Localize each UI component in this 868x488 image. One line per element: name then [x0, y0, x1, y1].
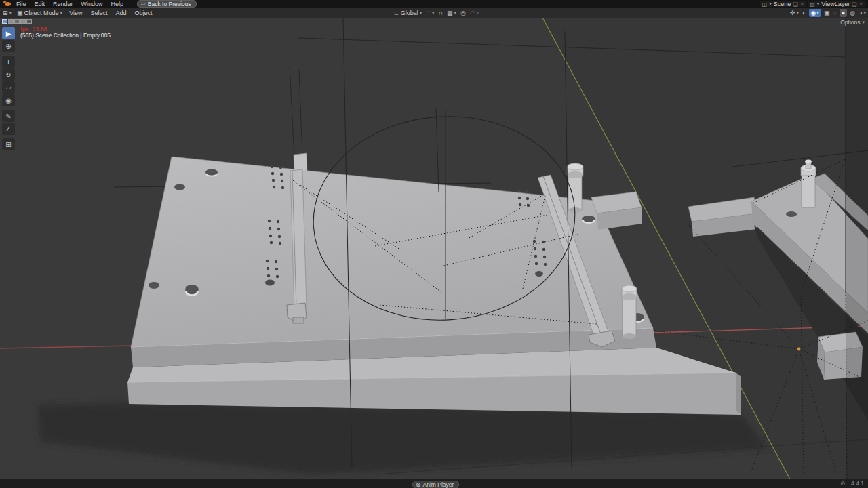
material-preview-icon: ◍ [850, 9, 855, 16]
show-overlays-toggle[interactable]: ◐ [802, 8, 806, 18]
menu-view[interactable]: View [65, 9, 86, 16]
xray-plane-object[interactable] [846, 18, 868, 479]
mini-square-icon[interactable] [8, 19, 14, 24]
statusbar: ⊗ Anim Player ⊘ 4.4.1 [0, 479, 868, 488]
chevron-down-icon: ▾ [862, 20, 865, 25]
options-dropdown[interactable]: Options ▾ [840, 19, 865, 26]
cancel-job-icon[interactable]: ⊗ [416, 481, 421, 488]
tool-rotate[interactable]: ↻ [2, 68, 15, 81]
menu-file[interactable]: File [12, 0, 31, 8]
new-scene-icon[interactable]: ❏ [793, 1, 797, 7]
anim-player-job-button[interactable]: ⊗ Anim Player [412, 481, 459, 488]
viewlayer-icon: ▤ [810, 1, 815, 7]
pivot-point-dropdown[interactable]: ∷ ▾ [426, 8, 435, 18]
gizmos-icon: ✛ [790, 9, 795, 16]
mini-square-icon[interactable] [14, 19, 20, 24]
chevron-down-icon: ▾ [816, 10, 819, 16]
viewlayer-name: ViewLayer [821, 1, 850, 7]
rendered-icon: ◑ [859, 9, 862, 16]
chevron-down-icon: ▾ [454, 10, 457, 16]
new-viewlayer-icon[interactable]: ❏ [852, 1, 856, 7]
empty-origin-point[interactable] [797, 348, 801, 351]
chevron-down-icon: ▾ [769, 1, 772, 7]
options-label: Options [840, 19, 860, 26]
transform-orientation-dropdown[interactable]: ∟ Global ▾ [392, 8, 423, 18]
viewport-canvas[interactable] [0, 18, 868, 479]
editor-type-button[interactable]: ⊞ ▾ [0, 8, 14, 18]
chevron-down-icon: ▾ [432, 10, 435, 16]
menu-edit[interactable]: Edit [31, 0, 50, 8]
version-label: 4.4.1 [851, 480, 864, 487]
show-gizmos-dropdown[interactable]: ✛ ▾ [789, 8, 800, 18]
xray-toggle-active[interactable]: ◉ ▾ [809, 9, 821, 17]
scene-name: Scene [774, 1, 791, 7]
viewport-mini-icon-strip [2, 19, 32, 24]
shading-rendered-button[interactable]: ◑ ▾ [858, 8, 867, 18]
xray-box-icon: ▣ [824, 9, 830, 16]
solid-shading-icon: ● [842, 9, 845, 16]
rotate-icon: ↻ [5, 71, 11, 79]
mini-square-icon[interactable] [20, 19, 26, 24]
tool-cursor[interactable]: ⊕ [2, 40, 15, 52]
toolbar: ▶ ⊕ ✛ ↻ ▱ ◉ ✎ ∠ ⊞ [2, 27, 15, 151]
job-label: Anim Player [423, 481, 454, 488]
mini-square-icon[interactable] [2, 19, 7, 24]
magnet-icon: ∩ [439, 9, 443, 16]
scene-selector[interactable]: ◫ ▾ Scene ❏ × [760, 1, 806, 7]
transform-icon: ◉ [5, 97, 12, 104]
mini-square-icon[interactable] [26, 19, 32, 24]
proportional-editing-toggle[interactable]: ◎ [460, 8, 467, 18]
chevron-down-icon: ▾ [797, 10, 800, 16]
snap-target-dropdown[interactable]: ▦ ▾ [446, 8, 457, 18]
scene-icon: ◫ [762, 1, 768, 7]
chevron-down-icon: ▾ [477, 10, 479, 16]
orientation-icon: ∟ [393, 9, 399, 16]
clamp-pin [622, 285, 637, 339]
chevron-down-icon: ▾ [817, 1, 820, 7]
menu-add[interactable]: Add [112, 9, 131, 16]
mode-selector[interactable]: ▣ Object Mode ▾ [14, 8, 65, 18]
chevron-down-icon: ▾ [863, 10, 866, 16]
tool-add-cube[interactable]: ⊞ [2, 138, 15, 150]
snap-target-icon: ▦ [447, 9, 453, 16]
proportional-falloff-dropdown[interactable]: ◠ ▾ [469, 8, 479, 18]
blender-window: File Edit Render Window Help ↩ Back to P… [0, 0, 868, 488]
unlink-scene-icon[interactable]: × [800, 1, 805, 7]
menu-window[interactable]: Window [77, 0, 107, 8]
object-mode-icon: ▣ [17, 9, 23, 16]
shading-wireframe-button[interactable]: ◌ [832, 8, 837, 18]
tool-move[interactable]: ✛ [2, 56, 15, 68]
xray-box-toggle[interactable]: ▣ [823, 8, 831, 18]
mode-label: Object Mode [24, 9, 59, 16]
blender-logo-icon[interactable] [3, 1, 12, 7]
back-to-previous-button[interactable]: ↩ Back to Previous [137, 0, 196, 8]
menu-select[interactable]: Select [86, 9, 111, 16]
snap-toggle[interactable]: ∩ [438, 8, 443, 18]
cursor-icon: ⊕ [5, 43, 11, 50]
annotate-icon: ✎ [5, 113, 11, 120]
tool-annotate[interactable]: ✎ [2, 110, 15, 122]
shading-material-button[interactable]: ◍ [849, 8, 856, 18]
remove-viewlayer-icon[interactable]: × [859, 1, 863, 7]
chevron-down-icon: ▾ [420, 10, 422, 16]
menu-object[interactable]: Object [131, 9, 157, 16]
tool-select-box[interactable]: ▶ [2, 27, 15, 39]
separator [848, 481, 848, 486]
pivot-icon: ∷ [427, 9, 431, 16]
menu-help[interactable]: Help [107, 0, 128, 8]
viewlayer-selector[interactable]: ▤ ▾ ViewLayer ❏ × [808, 1, 865, 7]
viewport-header: ⊞ ▾ ▣ Object Mode ▾ View Select Add Obje… [0, 8, 868, 18]
chevron-down-icon: ▾ [60, 10, 63, 16]
clamp-pin [567, 163, 583, 213]
tool-transform[interactable]: ◉ [2, 94, 15, 106]
scale-icon: ▱ [6, 84, 12, 92]
xray-icon: ◉ [811, 9, 816, 16]
editor-type-icon: ⊞ [3, 9, 8, 16]
clamp-pin [801, 159, 816, 207]
tool-scale[interactable]: ▱ [2, 81, 15, 94]
overlays-icon: ◐ [802, 9, 806, 16]
shading-solid-button-active[interactable]: ● [840, 9, 847, 17]
menu-render[interactable]: Render [49, 0, 77, 8]
orientation-label: Global [401, 9, 418, 16]
tool-measure[interactable]: ∠ [2, 123, 15, 135]
